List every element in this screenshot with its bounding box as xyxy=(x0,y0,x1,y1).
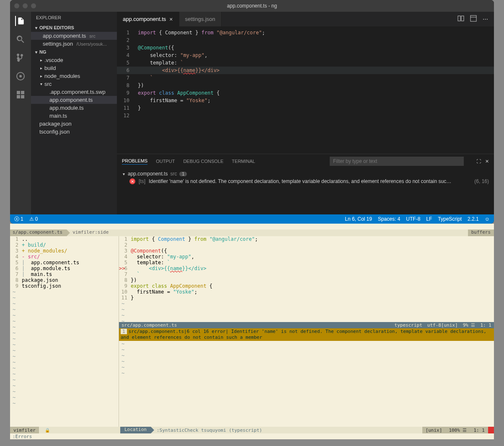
open-editor-item[interactable]: settings.json/Users/yosuk... xyxy=(31,40,117,48)
location-label: Location xyxy=(120,427,151,433)
problems-filter-input[interactable] xyxy=(330,157,464,166)
maximize-panel-icon[interactable]: ⛶ xyxy=(476,159,481,164)
statusbar: ⓧ 1 ⚠ 0 Ln 6, Col 19 Spaces: 4 UTF-8 LF … xyxy=(10,214,494,224)
debug-icon[interactable] xyxy=(16,71,26,81)
folder-vscode[interactable]: ▸.vscode xyxy=(31,56,117,64)
folder-build[interactable]: ▸build xyxy=(31,64,117,72)
close-panel-icon[interactable]: ✕ xyxy=(485,159,489,164)
explorer-sidebar: EXPLORER ▾OPEN EDITORS app.component.tss… xyxy=(31,12,117,214)
extensions-icon[interactable] xyxy=(16,90,26,100)
maximize-window-button[interactable] xyxy=(31,3,36,8)
status-warnings[interactable]: ⚠ 0 xyxy=(29,216,38,222)
source-control-icon[interactable] xyxy=(16,53,26,63)
minimize-window-button[interactable] xyxy=(23,3,28,8)
tab-problems[interactable]: PROBLEMS xyxy=(122,158,147,165)
file-package-json[interactable]: package.json xyxy=(31,120,117,128)
vim-crumb-file[interactable]: s/app.component.ts xyxy=(10,229,67,236)
vim-mode-label: vimfiler xyxy=(10,427,39,433)
vim-statusline-bottom: vimfiler 🔒 Location :SyntasticCheck tsuq… xyxy=(10,427,494,433)
open-editor-item[interactable]: app.component.tssrc xyxy=(31,32,117,40)
status-errors[interactable]: ⓧ 1 xyxy=(14,216,23,223)
bottom-panel: PROBLEMS OUTPUT DEBUG CONSOLE TERMINAL ⛶… xyxy=(117,154,494,214)
file-app-component[interactable]: app.component.ts xyxy=(31,96,117,104)
vim-cmdline[interactable]: :Errors xyxy=(10,433,494,439)
tab-debug-console[interactable]: DEBUG CONSOLE xyxy=(183,159,223,164)
vscode-window: app.component.ts - ng EXPLORER ▾OPEN EDI… xyxy=(10,0,494,224)
vim-editor-pane[interactable]: 1import { Component } from "@angular/cor… xyxy=(119,236,494,427)
problem-item[interactable]: ✕ [ts] Identifier 'name' is not defined.… xyxy=(122,177,489,186)
buffers-label[interactable]: buffers xyxy=(468,229,494,236)
more-icon[interactable]: ⋯ xyxy=(483,16,488,22)
search-icon[interactable] xyxy=(16,34,26,44)
tab-settings[interactable]: settings.json xyxy=(179,12,222,26)
syntastic-cmd: :SyntasticCheck tsuquyomi (typescript) xyxy=(151,427,266,433)
status-ts-version[interactable]: 2.2.1 xyxy=(468,216,479,222)
file-tsconfig[interactable]: tsconfig.json xyxy=(31,128,117,136)
close-tab-icon[interactable]: × xyxy=(169,16,173,23)
file-swp[interactable]: .app.component.ts.swp xyxy=(31,88,117,96)
project-section[interactable]: ▾NG xyxy=(31,48,117,56)
sidebar-title: EXPLORER xyxy=(31,12,117,23)
close-window-button[interactable] xyxy=(14,3,19,8)
error-token: name xyxy=(170,266,182,271)
code-editor[interactable]: 1import { Component } from "@angular/cor… xyxy=(117,26,494,154)
split-editor-icon[interactable] xyxy=(457,15,464,23)
error-icon: ✕ xyxy=(129,178,135,184)
activity-bar xyxy=(10,12,31,214)
error-indicator xyxy=(488,427,494,433)
status-ln-col[interactable]: Ln 6, Col 19 xyxy=(345,216,372,222)
open-editors-section[interactable]: ▾OPEN EDITORS xyxy=(31,23,117,32)
file-main[interactable]: main.ts xyxy=(31,112,117,120)
error-sign-icon: >> xyxy=(119,266,125,271)
tab-terminal[interactable]: TERMINAL xyxy=(232,159,255,164)
layout-icon[interactable] xyxy=(470,15,477,23)
status-encoding[interactable]: UTF-8 xyxy=(406,216,420,222)
lock-icon: 🔒 xyxy=(39,427,53,433)
svg-point-1 xyxy=(19,75,22,77)
vimfiler-pane[interactable]: 1.. 2+ build/ 3+ node_modules/ 4- src/ 5… xyxy=(10,236,119,427)
status-eol[interactable]: LF xyxy=(426,216,432,222)
svg-rect-4 xyxy=(470,15,476,21)
vim-location-list[interactable]: 1src/app.component.ts|6 col 16 error| Id… xyxy=(119,328,494,341)
smiley-icon[interactable]: ☺ xyxy=(485,216,490,222)
folder-src[interactable]: ▾src xyxy=(31,80,117,88)
titlebar[interactable]: app.component.ts - ng xyxy=(10,0,494,12)
vim-statusline-editor: src/app.component.ts typescript utf-8[un… xyxy=(119,322,494,328)
problem-count-badge: 1 xyxy=(179,172,187,176)
editor-area: app.component.ts× settings.json ⋯ 1impor… xyxy=(117,12,494,214)
window-title: app.component.ts - ng xyxy=(227,3,277,9)
explorer-icon[interactable] xyxy=(15,16,25,26)
status-lang[interactable]: TypeScript xyxy=(438,216,462,222)
file-app-module[interactable]: app.module.ts xyxy=(31,104,117,112)
vim-tabline: s/app.component.ts vimfiler:side buffers xyxy=(10,229,494,236)
window-controls xyxy=(14,3,36,8)
tab-app-component[interactable]: app.component.ts× xyxy=(117,12,179,26)
svg-rect-2 xyxy=(458,16,460,21)
editor-tabs: app.component.ts× settings.json ⋯ xyxy=(117,12,494,26)
error-token: name xyxy=(183,67,195,73)
status-spaces[interactable]: Spaces: 4 xyxy=(378,216,400,222)
vim-window: s/app.component.ts vimfiler:side buffers… xyxy=(10,224,494,439)
problem-file-row[interactable]: ▾ app.component.ts src 1 xyxy=(122,171,489,177)
tab-output[interactable]: OUTPUT xyxy=(156,159,175,164)
vim-crumb-filer[interactable]: vimfiler:side xyxy=(67,229,112,236)
svg-rect-3 xyxy=(461,16,464,21)
folder-node-modules[interactable]: ▸node_modules xyxy=(31,72,117,80)
